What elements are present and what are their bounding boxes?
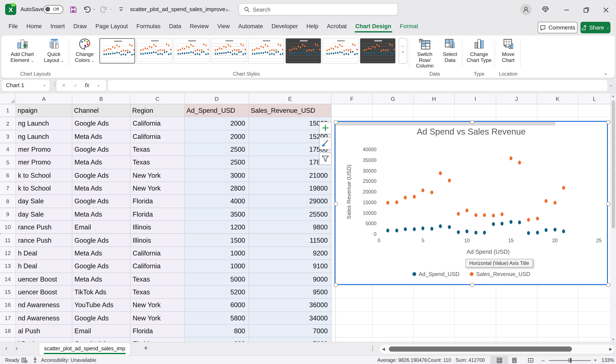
select-data-button[interactable]: SelectData	[440, 38, 460, 63]
insert-function-icon[interactable]: fx	[85, 82, 89, 89]
cell[interactable]: uencer Boost	[16, 273, 72, 286]
data-point-Sales_Revenue_USD[interactable]	[483, 213, 486, 217]
data-point-Sales_Revenue_USD[interactable]	[474, 213, 477, 217]
cell[interactable]: 800	[185, 325, 249, 338]
avatar[interactable]	[520, 4, 532, 15]
quick-access-overflow-icon[interactable]	[117, 6, 125, 13]
cell[interactable]: 3500	[185, 208, 249, 221]
cell[interactable]: nd Awareness	[16, 299, 72, 312]
name-box-chevron-icon[interactable]: ⌄	[42, 82, 46, 87]
legend-item-Sales_Revenue_USD[interactable]: Sales_Revenue_USD	[470, 271, 530, 277]
row-header-10[interactable]: 10	[0, 221, 16, 234]
column-header-A[interactable]: A	[16, 93, 72, 104]
cell[interactable]: 9000	[249, 273, 331, 286]
cell[interactable]: New York	[130, 182, 185, 195]
change-chart-type-button[interactable]: ChangeChart Type	[465, 38, 494, 63]
zoom-slider-thumb[interactable]	[570, 358, 572, 363]
column-header-K[interactable]: K	[537, 93, 578, 104]
data-point-Sales_Revenue_USD[interactable]	[386, 201, 389, 205]
cell[interactable]: day Sale	[16, 208, 72, 221]
cell[interactable]: Florida	[130, 195, 185, 208]
data-point-Ad_Spend_USD[interactable]	[439, 224, 442, 228]
cell[interactable]: Florida	[130, 208, 185, 221]
tab-file[interactable]: File	[4, 20, 22, 33]
cell[interactable]: Florida	[130, 338, 185, 342]
chart-style-thumbnail-1[interactable]	[99, 38, 135, 64]
cell[interactable]: Email	[72, 221, 130, 234]
data-point-Ad_Spend_USD[interactable]	[545, 228, 548, 232]
x-axis-title[interactable]: Ad Spend (USD)	[378, 249, 598, 255]
accessibility-status[interactable]: Accessibility: Unavailable	[41, 356, 96, 364]
cell[interactable]: Meta Ads	[72, 247, 130, 260]
data-point-Sales_Revenue_USD[interactable]	[562, 186, 565, 189]
row-header-15[interactable]: 15	[0, 286, 16, 299]
share-button[interactable]: Share ⌄	[580, 22, 610, 33]
cell[interactable]: Texas	[130, 286, 185, 299]
chart-resize-handle[interactable]	[606, 120, 610, 124]
cell[interactable]: Google Ads	[72, 260, 130, 273]
cell[interactable]: ng Launch	[16, 130, 72, 143]
cell[interactable]: 7000	[249, 325, 331, 338]
row-header-16[interactable]: 16	[0, 299, 16, 312]
cell[interactable]: 19800	[249, 182, 331, 195]
row-header-9[interactable]: 9	[0, 208, 16, 221]
data-point-Ad_Spend_USD[interactable]	[562, 229, 565, 233]
cell[interactable]: 1200	[185, 221, 249, 234]
close-button[interactable]	[601, 5, 611, 15]
chart-style-thumbnail-7[interactable]	[323, 38, 358, 64]
cell[interactable]: 34000	[249, 312, 331, 325]
cell[interactable]: Meta Ads	[72, 182, 130, 195]
data-point-Sales_Revenue_USD[interactable]	[413, 195, 416, 199]
data-point-Sales_Revenue_USD[interactable]	[448, 179, 451, 183]
cell[interactable]: California	[130, 117, 185, 130]
cell[interactable]: 6000	[185, 299, 249, 312]
data-point-Ad_Spend_USD[interactable]	[404, 227, 407, 231]
cell[interactable]: 11500	[249, 234, 331, 247]
cell[interactable]: 1000	[185, 247, 249, 260]
cell[interactable]: Illinois	[130, 234, 185, 247]
chart[interactable]: Ad Spend vs Sales Revenue 05000100001500…	[335, 121, 608, 285]
row-header-12[interactable]: 12	[0, 247, 16, 260]
row-header-13[interactable]: 13	[0, 260, 16, 273]
cell[interactable]: rance Push	[16, 221, 72, 234]
cell[interactable]: mer Promo	[16, 143, 72, 156]
cell[interactable]: Channel	[72, 104, 130, 117]
cell[interactable]: Google Ads	[72, 338, 130, 342]
data-point-Sales_Revenue_USD[interactable]	[404, 196, 407, 199]
chart-styles-more-button[interactable]: – ⌄	[399, 38, 407, 64]
cell[interactable]: Google Ads	[72, 169, 130, 182]
column-header-G[interactable]: G	[373, 93, 414, 104]
y-axis-title[interactable]: Sales Revenue (USD)	[346, 149, 353, 234]
cell[interactable]: Illinois	[130, 221, 185, 234]
cell[interactable]: 9100	[249, 260, 331, 273]
data-point-Ad_Spend_USD[interactable]	[457, 230, 460, 234]
data-point-Sales_Revenue_USD[interactable]	[545, 199, 548, 203]
chart-resize-handle[interactable]	[334, 283, 338, 287]
row-header-19[interactable]: 19	[0, 338, 16, 342]
tab-page-layout[interactable]: Page Layout	[91, 20, 132, 33]
chart-style-thumbnail-5[interactable]	[248, 38, 284, 64]
data-point-Sales_Revenue_USD[interactable]	[439, 171, 442, 175]
horizontal-scroll-thumb[interactable]	[389, 347, 572, 351]
horizontal-scrollbar[interactable]: ◀ ▶	[379, 344, 615, 354]
minimize-button[interactable]	[561, 5, 572, 15]
cell[interactable]: 2500	[185, 156, 249, 169]
save-icon[interactable]	[68, 5, 78, 14]
zoom-level[interactable]: 133%	[602, 356, 614, 364]
cell[interactable]: ng Launch	[16, 117, 72, 130]
data-point-Ad_Spend_USD[interactable]	[527, 231, 530, 235]
row-header-8[interactable]: 8	[0, 195, 16, 208]
column-header-L[interactable]: L	[578, 93, 611, 104]
undo-icon[interactable]	[82, 5, 92, 14]
column-header-I[interactable]: I	[455, 93, 496, 104]
cell[interactable]: 1500	[185, 234, 249, 247]
fx-chevron-icon[interactable]: ⌄	[97, 82, 100, 87]
cell[interactable]: YouTube Ads	[72, 299, 130, 312]
cell[interactable]: 5800	[185, 312, 249, 325]
cell[interactable]: l Push	[16, 338, 72, 342]
formula-expand-icon[interactable]: ⌄	[609, 82, 613, 87]
cell[interactable]: 36000	[249, 299, 331, 312]
cell[interactable]: day Sale	[16, 195, 72, 208]
switch-row-column-button[interactable]: Switch Row/Column	[411, 38, 439, 69]
tab-format[interactable]: Format	[396, 20, 423, 33]
